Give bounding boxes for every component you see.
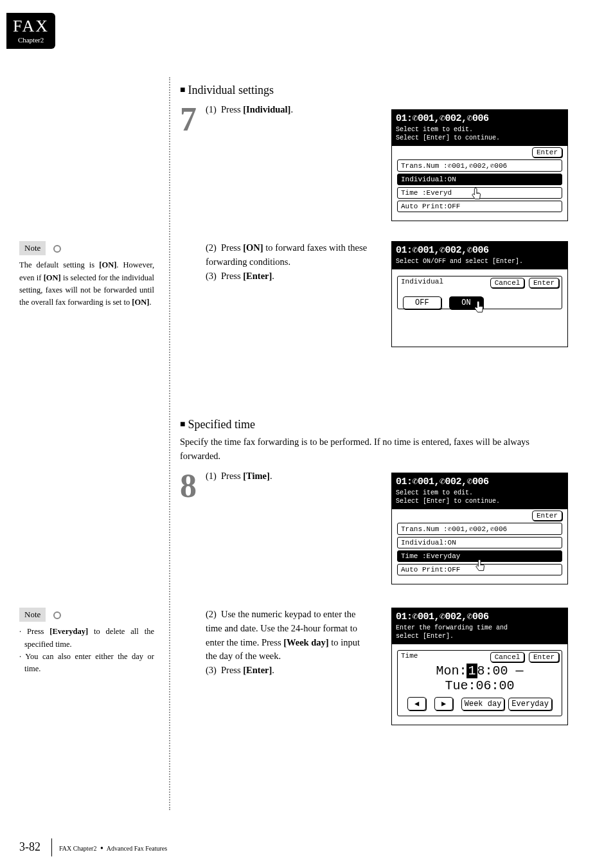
specified-time-para: Specify the time fax forwarding is to be… <box>180 435 568 464</box>
right-arrow-button[interactable]: ▶ <box>434 697 453 710</box>
individual-row[interactable]: Individual:ON <box>397 174 562 185</box>
page-footer: 3-82 FAX Chapter2 ● Advanced Fax Feature… <box>19 840 167 854</box>
screen-sub1: Select item to edit. <box>396 489 564 497</box>
pointer-hand-icon <box>474 558 488 575</box>
note-icon <box>51 244 63 253</box>
note1-text: The default setting is [ON]. However, ev… <box>19 259 154 309</box>
note2-item1: · Press [Everyday] to delete all the spe… <box>19 626 154 651</box>
bullet-square-icon: ■ <box>180 85 185 95</box>
step7-2-3-text: (2)Press [ON] to forward faxes with thes… <box>206 241 373 283</box>
chapter-tab: FAX Chapter2 <box>6 13 55 49</box>
screen-sub1: Enter the forwarding time and <box>396 624 564 632</box>
note2-item2: · You can also enter either the day or t… <box>19 651 154 676</box>
enter-button[interactable]: Enter <box>532 147 562 158</box>
page-number: 3-82 <box>19 840 40 853</box>
screen-sub2: Select [Enter] to continue. <box>396 134 564 142</box>
everyday-button[interactable]: Everyday <box>508 698 552 710</box>
screen-title: 01:✆001,✆002,✆006 <box>396 611 564 624</box>
enter-button[interactable]: Enter <box>532 511 562 521</box>
individual-label: Individual <box>401 278 443 285</box>
note-time: Note · Press [Everyday] to delete all th… <box>19 608 154 676</box>
vertical-dotted-divider <box>169 77 170 810</box>
off-button[interactable]: OFF <box>403 296 441 309</box>
step8-2-3-text: (2)Use the numeric keypad to enter the t… <box>206 608 373 678</box>
screen-sub: Select ON/OFF and select [Enter]. <box>396 257 564 266</box>
note-label: Note <box>19 241 46 255</box>
individual-settings-heading: ■Individual settings <box>180 84 568 97</box>
trans-num-row[interactable]: Trans.Num :✆001,✆002,✆006 <box>397 523 562 535</box>
note-label: Note <box>19 608 46 622</box>
screen-title: 01:✆001,✆002,✆006 <box>396 113 564 125</box>
svg-point-1 <box>54 612 60 619</box>
tab-title: FAX <box>13 17 49 36</box>
cancel-button[interactable]: Cancel <box>490 652 525 662</box>
time-range-display: Mon:18:00 — Tue:06:00 <box>401 664 558 693</box>
note-individual: Note The default setting is [ON]. Howeve… <box>19 241 154 309</box>
lcd-screen-individual-onoff: 01:✆001,✆002,✆006 Select ON/OFF and sele… <box>391 241 568 347</box>
screen-sub2: select [Enter]. <box>396 632 564 640</box>
screen-sub1: Select item to edit. <box>396 125 564 134</box>
individual-row[interactable]: Individual:ON <box>397 537 562 548</box>
weekday-button[interactable]: Week day <box>461 698 505 710</box>
screen-sub2: Select [Enter] to continue. <box>396 497 564 505</box>
screen-title: 01:✆001,✆002,✆006 <box>396 244 564 257</box>
screen-title: 01:✆001,✆002,✆006 <box>396 476 564 489</box>
pointer-hand-icon <box>470 186 484 203</box>
lcd-screen-time-entry: 01:✆001,✆002,✆006 Enter the forwarding t… <box>391 608 568 725</box>
enter-button[interactable]: Enter <box>529 278 559 288</box>
step7-1-text: (1)Press [Individual]. <box>206 103 373 117</box>
enter-button[interactable]: Enter <box>529 652 559 662</box>
time-row[interactable]: Time :Everyd <box>397 187 562 199</box>
bullet-square-icon: ■ <box>180 419 185 429</box>
svg-point-0 <box>54 246 60 252</box>
step-number-7: 7 <box>180 103 203 136</box>
left-arrow-button[interactable]: ◀ <box>407 697 426 710</box>
time-label: Time <box>401 652 418 660</box>
specified-time-heading: ■Specified time <box>180 418 568 431</box>
step-number-8: 8 <box>180 469 203 503</box>
auto-print-row[interactable]: Auto Print:OFF <box>397 564 562 575</box>
cancel-button[interactable]: Cancel <box>490 278 525 288</box>
lcd-screen-time-list: 01:✆001,✆002,✆006 Select item to edit. S… <box>391 473 568 584</box>
pointer-hand-icon <box>472 300 486 316</box>
note-icon <box>51 611 63 620</box>
tab-subtitle: Chapter2 <box>13 36 49 44</box>
trans-num-row[interactable]: Trans.Num :✆001,✆002,✆006 <box>397 159 562 172</box>
step8-1-text: (1)Press [Time]. <box>206 469 373 484</box>
lcd-screen-individual-list: 01:✆001,✆002,✆006 Select item to edit. S… <box>391 109 568 221</box>
